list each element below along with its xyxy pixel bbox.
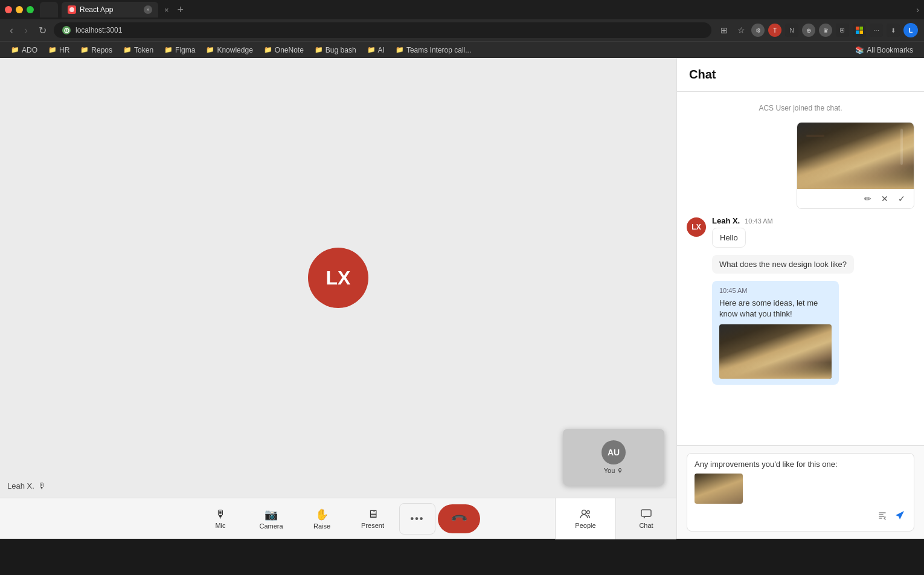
end-call-icon: 📞 — [449, 509, 468, 528]
present-button[interactable]: 🖥 Present — [348, 503, 397, 535]
self-view: AU You 🎙 — [563, 429, 664, 486]
bookmark-ai[interactable]: 📁 AI — [362, 45, 390, 56]
browser-actions: ⊞ ☆ ⚙ T N ⊕ ♛ ⛨ ⋯ ⬇ L — [717, 23, 918, 37]
svg-point-8 — [582, 510, 586, 515]
self-initials: AU — [608, 448, 620, 457]
camera-label: Camera — [259, 522, 283, 530]
bookmark-token[interactable]: 📁 Token — [118, 45, 158, 56]
format-icon — [877, 511, 887, 521]
folder-icon: 📁 — [264, 46, 272, 54]
message-plain-2: What does the new design look like? — [712, 255, 854, 274]
chat-label: Chat — [639, 522, 653, 529]
camera-button[interactable]: 📷 Camera — [247, 503, 295, 535]
people-button[interactable]: People — [556, 498, 616, 539]
folder-icon: 📁 — [396, 46, 404, 54]
chat-input-value: Any improvements you'd like for this one… — [695, 460, 838, 469]
end-call-button[interactable]: 📞 — [438, 504, 480, 533]
back-button[interactable]: ‹ — [6, 22, 17, 39]
forward-button[interactable]: › — [21, 22, 31, 39]
mic-label: Mic — [215, 522, 225, 529]
chat-toggle-button[interactable]: Chat — [616, 498, 676, 539]
message-header-1: Leah X. 10:43 AM — [712, 216, 773, 225]
svg-rect-6 — [856, 31, 859, 34]
bookmark-bugbash[interactable]: 📁 Bug bash — [310, 45, 361, 56]
self-avatar: AU — [602, 440, 626, 464]
mic-button[interactable]: 🎙 Mic — [196, 503, 245, 535]
browser-icon-6[interactable]: ⛨ — [836, 24, 849, 37]
site-info-icon — [62, 26, 71, 34]
tab-active[interactable]: React App × — [62, 2, 158, 18]
tab-close-x[interactable]: × — [162, 5, 172, 14]
image-card-actions: ✏ ✕ ✓ — [797, 189, 914, 208]
bookmark-label: Repos — [91, 46, 112, 54]
traffic-lights — [5, 6, 34, 13]
participant-initials: LX — [326, 267, 351, 289]
raise-icon: ✋ — [315, 508, 329, 521]
nav-bar: ‹ › ↻ localhost:3001 ⊞ ☆ ⚙ T N ⊕ ♛ ⛨ ⋯ ⬇… — [0, 19, 924, 41]
bookmark-teams[interactable]: 📁 Teams Interop call... — [391, 45, 476, 56]
extensions-icon[interactable]: ⊞ — [717, 24, 731, 37]
message-text-2: What does the new design look like? — [719, 260, 847, 269]
chat-input-text[interactable]: Any improvements you'd like for this one… — [695, 460, 906, 469]
format-button[interactable] — [876, 510, 888, 524]
bookmark-figma[interactable]: 📁 Figma — [159, 45, 200, 56]
address-bar[interactable]: localhost:3001 — [54, 22, 711, 38]
system-message: ACS User joined the chat. — [687, 101, 914, 115]
camera-icon: 📷 — [265, 508, 278, 521]
bookmark-label: ADO — [22, 46, 37, 54]
browser-icon-ms[interactable] — [853, 24, 866, 37]
sender-avatar-lx: LX — [687, 217, 706, 237]
browser-icon-5[interactable]: ♛ — [819, 24, 832, 37]
bookmark-label: Token — [134, 46, 153, 54]
chat-input-image-preview — [695, 474, 743, 504]
favorites-icon[interactable]: ☆ — [734, 24, 748, 37]
participant-name-label: Leah X. — [7, 481, 34, 490]
bookmark-onenote[interactable]: 📁 OneNote — [259, 45, 309, 56]
svg-rect-4 — [856, 27, 859, 30]
confirm-image-button[interactable]: ✓ — [896, 193, 908, 205]
sender-name-1: Leah X. — [712, 216, 740, 225]
browser-icon-1[interactable]: ⚙ — [751, 24, 765, 37]
message-content-1: Leah X. 10:43 AM Hello — [712, 216, 773, 248]
bookmark-hr[interactable]: 📁 HR — [43, 45, 74, 56]
chat-input-box[interactable]: Any improvements you'd like for this one… — [687, 453, 914, 532]
bookmark-repos[interactable]: 📁 Repos — [75, 45, 117, 56]
browser-icon-ext[interactable]: ⋯ — [870, 24, 883, 37]
send-button[interactable] — [893, 509, 906, 525]
svg-rect-5 — [860, 27, 864, 30]
image-card-preview — [797, 123, 914, 189]
profile-avatar[interactable]: L — [903, 23, 918, 37]
message-time-3: 10:45 AM — [719, 287, 832, 294]
traffic-light-green[interactable] — [27, 6, 34, 13]
tab-title: React App — [80, 5, 140, 14]
all-bookmarks[interactable]: 📚 All Bookmarks — [850, 45, 918, 56]
more-button[interactable]: ••• — [399, 503, 435, 535]
people-label: People — [575, 522, 595, 529]
chat-messages-list[interactable]: ACS User joined the chat. ✏ ✕ ✓ — [677, 92, 924, 445]
tab-inactive[interactable] — [40, 2, 58, 18]
chat-message-1: LX Leah X. 10:43 AM Hello — [687, 216, 914, 248]
send-icon — [894, 510, 905, 521]
browser-icon-4[interactable]: ⊕ — [802, 24, 815, 37]
bookmark-knowledge[interactable]: 📁 Knowledge — [201, 45, 257, 56]
refresh-button[interactable]: ↻ — [35, 22, 50, 39]
call-area: LX Leah X. 🎙 AU You 🎙 🎙 — [0, 58, 676, 539]
browser-icon-3[interactable]: N — [785, 24, 798, 37]
folder-icon: 📁 — [80, 46, 89, 54]
chat-input-actions — [695, 509, 906, 525]
browser-icon-2[interactable]: T — [768, 24, 781, 37]
cancel-image-button[interactable]: ✕ — [879, 193, 891, 205]
bookmark-ado[interactable]: 📁 ADO — [6, 45, 42, 56]
browser-icon-download[interactable]: ⬇ — [887, 24, 900, 37]
chat-message-2: What does the new design look like? — [687, 255, 914, 274]
message-blue-card: 10:45 AM Here are some ideas, let me kno… — [712, 281, 839, 385]
system-message-text: ACS User joined the chat. — [759, 104, 842, 112]
folder-icon: 📁 — [48, 46, 57, 54]
bookmark-label: Teams Interop call... — [406, 46, 471, 54]
edit-image-button[interactable]: ✏ — [862, 193, 874, 205]
mic-icon: 🎙 — [215, 508, 226, 521]
raise-button[interactable]: ✋ Raise — [298, 503, 346, 535]
new-tab-button[interactable]: + — [175, 4, 187, 16]
traffic-light-red[interactable] — [5, 6, 12, 13]
traffic-light-yellow[interactable] — [16, 6, 23, 13]
